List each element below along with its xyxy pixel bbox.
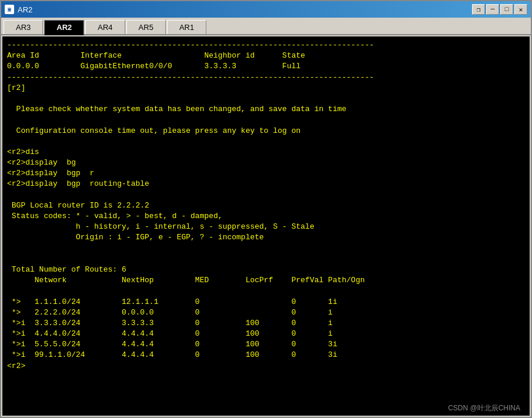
maximize-button[interactable]: □: [500, 4, 513, 15]
title-buttons: ❐ ─ □ ✕: [472, 4, 527, 15]
main-window: ▣ AR2 ❐ ─ □ ✕ AR3 AR2 AR4 AR5 AR1 ------…: [0, 0, 532, 418]
tab-ar2[interactable]: AR2: [44, 20, 84, 35]
window-title: AR2: [18, 5, 32, 14]
tab-bar: AR3 AR2 AR4 AR5 AR1: [1, 18, 531, 35]
minimize-button[interactable]: ─: [486, 4, 499, 15]
tab-ar1[interactable]: AR1: [167, 20, 206, 34]
tab-ar3[interactable]: AR3: [4, 20, 43, 34]
terminal-wrapper: ----------------------------------------…: [1, 35, 531, 417]
tab-ar4[interactable]: AR4: [85, 20, 125, 34]
title-bar-left: ▣ AR2: [5, 5, 32, 14]
close-button[interactable]: ✕: [514, 4, 527, 15]
app-icon: ▣: [5, 5, 14, 14]
watermark: CSDN @叶北辰CHINA: [448, 403, 520, 413]
restore-button[interactable]: ❐: [472, 4, 485, 15]
tab-ar5[interactable]: AR5: [126, 20, 166, 34]
terminal-output[interactable]: ----------------------------------------…: [2, 36, 530, 416]
title-bar: ▣ AR2 ❐ ─ □ ✕: [1, 1, 531, 18]
